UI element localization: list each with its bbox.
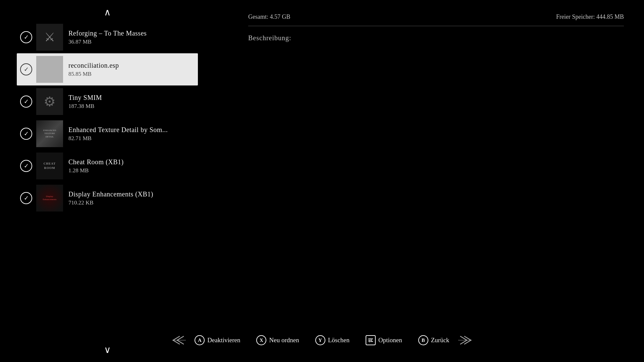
reorder-label: Neu ordnen [269,337,299,344]
back-button[interactable]: B Zurück [410,332,458,349]
mod-name-tiny-smim: Tiny SMIM [68,94,102,102]
mod-item-enhanced-texture[interactable]: ✓ ENHANCED TEXTURE DETAIL Enhanced Textu… [20,118,195,150]
svg-rect-1 [368,339,373,339]
mod-item-cheat-room[interactable]: ✓ CHEAT ROOM Cheat Room (XB1) 1.28 MB [20,150,195,182]
mod-size-reconciliation: 85.85 MB [68,71,119,77]
detail-panel: Gesamt: 4.57 GB Freier Speicher: 444.85 … [228,0,644,362]
mod-thumbnail-cheat-room: CHEAT ROOM [36,153,63,179]
toolbar-right-arrow [458,334,474,346]
mod-name-cheat-room: Cheat Room (XB1) [68,158,124,166]
mod-thumbnail-reconciliation [36,56,63,83]
mod-item-display-enhancements[interactable]: ✓ Display Enhancements Display Enhanceme… [20,182,195,214]
mod-size-cheat-room: 1.28 MB [68,167,124,174]
mod-thumbnail-display-enhancements: Display Enhancements [36,185,63,212]
options-label: Optionen [378,337,402,344]
reorder-button[interactable]: X Neu ordnen [248,332,307,349]
mod-item-tiny-smim[interactable]: ✓ ⚙ Tiny SMIM 187.38 MB [20,85,195,118]
mod-thumbnail-tiny-smim: ⚙ [36,88,63,115]
delete-label: Löschen [328,337,350,344]
scroll-up-button[interactable]: ∧ [104,7,111,18]
stats-row: Gesamt: 4.57 GB Freier Speicher: 444.85 … [248,13,624,20]
mod-size-tiny-smim: 187.38 MB [68,103,102,110]
mod-name-enhanced-texture: Enhanced Texture Detail by Som... [68,126,168,134]
mod-item-reconciliation[interactable]: ✓ reconciliation.esp 85.85 MB [17,53,198,85]
mod-size-display-enhancements: 710.22 KB [68,199,153,206]
stats-divider [248,26,624,26]
mod-check-display-enhancements: ✓ [20,192,32,204]
back-label: Zurück [431,337,449,344]
mod-size-enhanced-texture: 82.71 MB [68,135,168,142]
mod-list: ✓ Reforging – To The Masses 36.87 MB ✓ r… [0,21,215,344]
total-size: Gesamt: 4.57 GB [248,13,290,20]
mod-check-reconciliation: ✓ [20,63,32,75]
back-key-icon: B [418,335,428,345]
svg-rect-6 [371,340,372,341]
mod-check-reforging: ✓ [20,31,32,43]
deactivate-label: Deaktivieren [207,337,240,344]
options-key-icon [366,335,376,345]
mod-item-reforging[interactable]: ✓ Reforging – To The Masses 36.87 MB [20,21,195,53]
deactivate-button[interactable]: A Deaktivieren [186,332,248,349]
mod-thumbnail-reforging [36,24,63,51]
mod-name-reconciliation: reconciliation.esp [68,62,119,69]
options-button[interactable]: Optionen [358,332,410,349]
mod-name-display-enhancements: Display Enhancements (XB1) [68,190,153,198]
reorder-key-icon: X [256,335,266,345]
deactivate-key-icon: A [195,335,205,345]
mod-check-cheat-room: ✓ [20,160,32,172]
free-storage: Freier Speicher: 444.85 MB [556,13,624,20]
toolbar-left-arrow [170,334,186,346]
mod-list-panel: ∧ ✓ Reforging – To The Masses 36.87 MB ✓… [0,0,215,362]
mod-size-reforging: 36.87 MB [68,39,147,45]
bottom-toolbar: A Deaktivieren X Neu ordnen Y Löschen Op… [0,332,644,349]
svg-rect-7 [369,341,370,342]
mod-check-tiny-smim: ✓ [20,96,32,108]
mod-thumbnail-enhanced-texture: ENHANCED TEXTURE DETAIL [36,120,63,147]
description-label: Beschreibung: [248,34,624,42]
mod-name-reforging: Reforging – To The Masses [68,29,147,37]
mod-check-enhanced-texture: ✓ [20,128,32,140]
delete-key-icon: Y [315,335,325,345]
delete-button[interactable]: Y Löschen [307,332,358,349]
